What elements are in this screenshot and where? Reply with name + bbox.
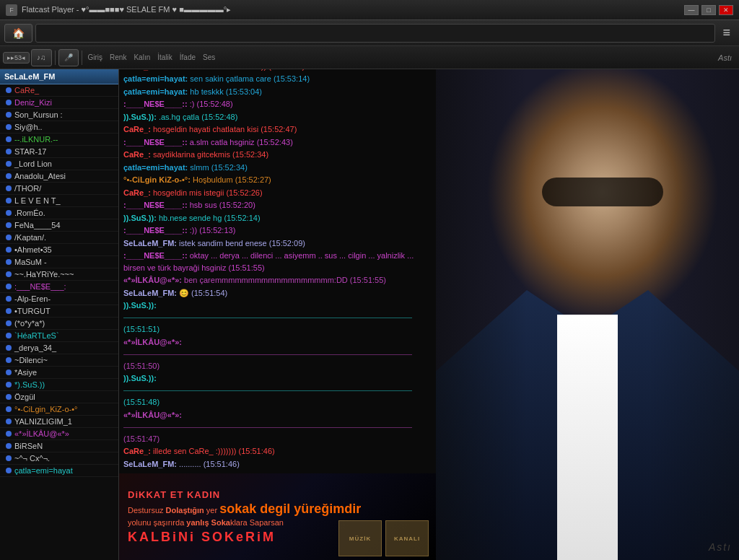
sidebar-item-25[interactable]: Özgül xyxy=(0,391,118,403)
sidebar-item-9[interactable]: L E V E N T_ xyxy=(0,195,118,207)
chat-messages[interactable]: çatla=emi=hayat: 😊 CaRe_: beni chatlatac… xyxy=(119,69,436,473)
sidebar-item-label: /THOR/ xyxy=(14,184,41,193)
title-bar: F Flatcast Player - ♥°▬▬■■■♥ SELALE FM ♥… xyxy=(0,0,739,20)
sidebar-item-6[interactable]: _Lord Lion xyxy=(0,158,118,170)
minimize-button[interactable]: — xyxy=(684,5,699,15)
right-panel: Astı xyxy=(436,69,739,560)
sidebar-item-27[interactable]: YALNIZLIGIM_1 xyxy=(0,416,118,428)
sidebar-item-label: /Kaptan/. xyxy=(14,233,46,242)
chat-message: «*»İLKÂU@«*»: ben çaremmmmmmmmmmmmmmmmmm… xyxy=(123,274,432,286)
sidebar-item-11[interactable]: FeNa____54 xyxy=(0,219,118,232)
sidebar-item-31[interactable]: çatla=emi=hayat xyxy=(0,465,118,477)
sidebar-item-label: .RomÉo. xyxy=(14,209,45,217)
sidebar-item-22[interactable]: ~Dilenci~ xyxy=(0,354,118,367)
sidebar-item-label: Siy@h.. xyxy=(14,123,43,131)
sidebar-item-label: «*»İLKÂU@«*» xyxy=(14,429,69,438)
sidebar-dot xyxy=(6,161,12,167)
sidebar-dot xyxy=(6,173,12,179)
sidebar-dot xyxy=(6,284,12,289)
chat-message: °•-CiLgin KiZ-o-•°: Hoşbuldum (15:52:27) xyxy=(123,174,432,186)
sidebar-item-20[interactable]: `HéaRTLeS` xyxy=(0,330,118,342)
sidebar-item-label: _derya_34_ xyxy=(14,344,56,352)
sidebar-item-4[interactable]: --.iLKNUR.-- xyxy=(0,134,118,146)
chat-message: :____NE$E____:: a.slm catla hsginiz (15:… xyxy=(123,136,432,149)
sidebar-item-16[interactable]: :___NE$E___: xyxy=(0,281,118,293)
chat-message: :____NE$E____:: :) (15:52:48) xyxy=(123,98,432,110)
chat-toolbar: ▸▸53◂ ♪♫ 🎤 Giriş Renk Kalın İtalik İfade… xyxy=(0,46,739,69)
ifade-button[interactable]: İfade xyxy=(177,53,198,61)
sidebar-item-17[interactable]: -Alp-Eren- xyxy=(0,293,118,305)
sidebar-item-label: BiRSeN xyxy=(14,442,43,450)
chat-message: «*»İLKÂU@«*»: (15:51:50) xyxy=(123,336,432,372)
close-button[interactable]: ✕ xyxy=(719,5,733,15)
sidebar-dot xyxy=(6,149,12,154)
music-icon: ♪♫ xyxy=(37,53,46,61)
sidebar-item-29[interactable]: BiRSeN xyxy=(0,440,118,452)
sidebar-item-2[interactable]: Son_Kursun : xyxy=(0,109,118,121)
logo-area: MÜZİK KANALI xyxy=(338,520,429,556)
sidebar-item-12[interactable]: /Kaptan/. xyxy=(0,232,118,244)
sidebar-dot xyxy=(6,259,12,265)
italic-button[interactable]: İtalik xyxy=(154,53,175,61)
sidebar-item-label: STAR-17 xyxy=(14,147,46,156)
sidebar-dot xyxy=(6,87,12,93)
logo-left: MÜZİK xyxy=(338,520,382,556)
sidebar-dot xyxy=(6,124,12,130)
chat-message: çatla=emi=hayat: sen sakin çatlama care … xyxy=(123,73,432,85)
sidebar-item-14[interactable]: MaSuM - xyxy=(0,256,118,268)
sidebar-dot xyxy=(6,419,12,424)
sidebar-item-13[interactable]: •Ahmet•35 xyxy=(0,244,118,256)
sidebar-item-label: L E V E N T_ xyxy=(14,196,61,205)
sidebar-dot xyxy=(6,222,12,228)
maximize-button[interactable]: □ xyxy=(701,5,716,15)
sidebar-dot xyxy=(6,112,12,118)
sidebar-item-label: •Ahmet•35 xyxy=(14,245,52,254)
sidebar-item-1[interactable]: Deniz_Kizi xyxy=(0,97,118,109)
sidebar-dot xyxy=(6,333,12,338)
sidebar-item-30[interactable]: ~^¬ Cx^¬. xyxy=(0,452,118,465)
sidebar-item-0[interactable]: CaRe_ xyxy=(0,84,118,97)
music-icon-btn[interactable]: ♪♫ xyxy=(31,49,52,66)
chat-message: çatla=emi=hayat: slmm (15:52:34) xyxy=(123,162,432,174)
chat-message: CaRe_: illede sen CaRe_ :))))))) (15:51:… xyxy=(123,445,432,458)
sidebar-item-21[interactable]: _derya_34_ xyxy=(0,342,118,354)
sidebar-dot xyxy=(6,431,12,437)
sidebar-item-7[interactable]: Anadolu_Atesi xyxy=(0,170,118,183)
app-icon: F xyxy=(6,4,17,16)
sidebar-item-19[interactable]: (*o*y*a*) xyxy=(0,318,118,330)
person-photo: Astı xyxy=(436,69,739,560)
kalin-button[interactable]: Kalın xyxy=(131,53,153,61)
sidebar-item-3[interactable]: Siy@h.. xyxy=(0,121,118,134)
chat-message: :____NE$E____:: oktay ... derya ... dile… xyxy=(123,250,432,274)
sidebar-item-8[interactable]: /THOR/ xyxy=(0,183,118,195)
window-controls: — □ ✕ xyxy=(684,5,733,15)
renk-button[interactable]: Renk xyxy=(107,53,129,61)
banner-line1: DiKKAT ET KADIN xyxy=(128,489,427,500)
sidebar-dot xyxy=(6,382,12,388)
sidebar-item-23[interactable]: *Asiye xyxy=(0,367,118,379)
sidebar-item-18[interactable]: •TURGUT xyxy=(0,305,118,318)
sidebar-item-24[interactable]: *).SuS.)) xyxy=(0,379,118,391)
mic-icon-btn[interactable]: 🎤 xyxy=(58,49,79,66)
chat-message: CaRe_: hosgeldin mis istegii (15:52:26) xyxy=(123,187,432,199)
sidebar-item-28[interactable]: «*»İLKÂU@«*» xyxy=(0,428,118,440)
giris-button[interactable]: Giriş xyxy=(85,53,106,61)
chat-message: «*»İLKÂU@«*»: (15:51:47) xyxy=(123,409,432,445)
ses-button[interactable]: Ses xyxy=(200,53,218,61)
chat-message: )).SuS.)): (15:51:51) xyxy=(123,299,432,336)
chat-message: )).SuS.)): hb.nese sende hg (15:52:14) xyxy=(123,212,432,224)
chat-message: :____NE$E____:: :)) (15:52:13) xyxy=(123,224,432,237)
asti-label: Astı xyxy=(714,53,736,62)
sidebar-dot xyxy=(6,443,12,449)
url-bar[interactable] xyxy=(35,24,715,43)
sidebar-item-label: CaRe_ xyxy=(14,86,39,95)
sidebar-dot xyxy=(6,185,12,191)
menu-button[interactable]: ≡ xyxy=(718,24,735,42)
sidebar-item-label: _Lord Lion xyxy=(14,159,52,168)
sidebar-item-15[interactable]: ~~.HaYRiYe.~~~ xyxy=(0,268,118,281)
home-button[interactable]: 🏠 xyxy=(4,24,32,43)
sidebar-item-10[interactable]: .RomÉo. xyxy=(0,207,118,219)
sidebar-item-5[interactable]: STAR-17 xyxy=(0,146,118,158)
sidebar-item-label: Deniz_Kizi xyxy=(14,98,52,107)
sidebar-item-26[interactable]: °•-CiLgin_KiZ-o-•° xyxy=(0,403,118,416)
